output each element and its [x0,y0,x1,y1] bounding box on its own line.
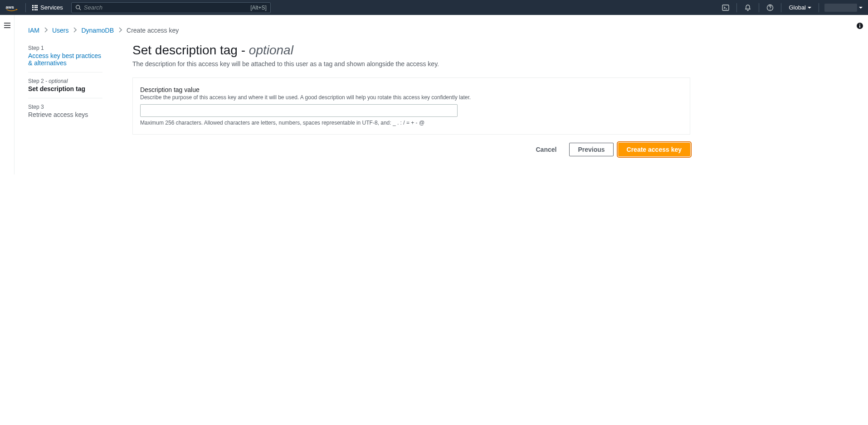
step-1-title[interactable]: Access key best practices & alternatives [28,52,102,67]
create-access-key-button[interactable]: Create access key [618,143,690,156]
services-label: Services [40,4,63,11]
region-label: Global [789,4,806,11]
field-hint: Describe the purpose of this access key … [140,94,683,101]
caret-down-icon [859,7,863,9]
global-search[interactable]: [Alt+S] [71,2,271,13]
field-constraint: Maximum 256 characters. Allowed characte… [140,120,683,126]
content-main: Set description tag - optional The descr… [132,43,690,156]
cancel-button[interactable]: Cancel [528,143,565,156]
nav-divider [736,3,737,12]
step-3-title: Retrieve access keys [28,111,102,118]
breadcrumb-current: Create access key [127,27,179,34]
description-tag-input[interactable] [140,104,458,117]
step-2-title: Set description tag [28,85,102,92]
services-menu-button[interactable]: Services [29,4,67,11]
step-label: Step 2 - optional [28,78,102,84]
description-tag-panel: Description tag value Describe the purpo… [132,77,690,135]
chevron-right-icon [73,27,77,34]
search-shortcut: [Alt+S] [250,5,267,11]
nav-divider [25,3,26,12]
nav-divider [819,3,819,12]
svg-point-1 [76,5,79,9]
nav-divider [759,3,759,12]
wizard-step-2: Step 2 - optional Set description tag [28,78,102,98]
aws-logo[interactable]: aws [5,4,23,11]
wizard-step-1: Step 1 Access key best practices & alter… [28,45,102,72]
nav-right: Global [717,3,863,12]
account-menu[interactable] [822,4,863,12]
breadcrumb-users[interactable]: Users [52,27,69,34]
left-rail [0,15,15,174]
svg-line-2 [79,9,81,10]
side-nav-toggle[interactable] [4,22,11,174]
svg-point-6 [770,9,771,10]
account-name-redacted [824,4,857,12]
search-input[interactable] [84,4,250,11]
svg-text:aws: aws [6,4,14,9]
page-title: Set description tag - optional [132,43,690,58]
body-wrap: IAM Users DynamoDB Create access key Ste… [0,15,868,174]
info-panel-toggle[interactable] [856,22,866,31]
notifications-icon[interactable] [740,4,756,11]
svg-rect-11 [859,25,860,28]
chevron-right-icon [44,27,48,34]
breadcrumb-iam[interactable]: IAM [28,27,39,34]
breadcrumb-dynamodb[interactable]: DynamoDB [81,27,114,34]
caret-down-icon [808,7,811,9]
cloudshell-icon[interactable] [717,4,734,11]
wizard-step-3: Step 3 Retrieve access keys [28,104,102,124]
help-icon[interactable] [762,4,778,11]
wizard-steps: Step 1 Access key best practices & alter… [28,43,102,156]
content-columns: Step 1 Access key best practices & alter… [28,43,690,156]
wizard-buttons: Cancel Previous Create access key [132,143,690,156]
svg-point-12 [859,24,860,24]
nav-divider [781,3,781,12]
page-description: The description for this access key will… [132,60,690,68]
chevron-right-icon [118,27,122,34]
breadcrumb: IAM Users DynamoDB Create access key [28,19,690,43]
region-selector[interactable]: Global [784,4,816,11]
field-label: Description tag value [140,86,683,93]
grid-icon [32,5,38,10]
step-label: Step 1 [28,45,102,51]
previous-button[interactable]: Previous [569,143,613,156]
main-area: IAM Users DynamoDB Create access key Ste… [15,15,699,174]
step-label: Step 3 [28,104,102,110]
top-nav-bar: aws Services [Alt+S] Global [0,0,868,15]
search-icon [75,5,81,10]
